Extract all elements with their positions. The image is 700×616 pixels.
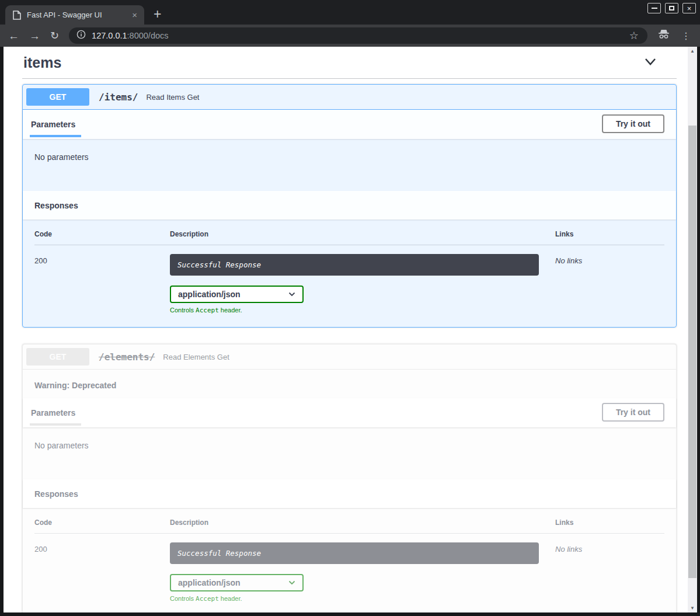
collapse-section-button[interactable] [642,55,659,70]
browser-tab[interactable]: Fast API - Swagger UI × [5,5,144,25]
response-description: Successful Response [170,254,539,276]
opblock-get-items: GET /items/ Read Items Get Parameters Tr… [22,84,677,328]
response-links: No links [555,254,664,314]
minimize-icon [652,8,657,9]
url-path: :8000/docs [127,31,169,40]
incognito-icon [657,29,670,42]
endpoint-path: /items/ [99,92,138,103]
description-column-header: Description [170,518,555,527]
browser-toolbar: ← → ↻ 127.0.0.1:8000/docs ☆ ⋮ [0,25,700,47]
accept-code: Accept [196,595,219,603]
http-method-badge: GET [26,88,89,106]
new-tab-button[interactable]: + [154,8,161,21]
media-type-value: application/json [178,578,241,587]
media-type-select[interactable]: application/json [170,574,304,591]
scrollbar-thumb[interactable] [688,126,696,578]
address-bar[interactable]: 127.0.0.1:8000/docs ☆ [69,27,647,44]
no-parameters-message: No parameters [23,139,676,191]
back-icon[interactable]: ← [8,30,19,41]
accept-header-note: Controls Accept header. [170,307,555,314]
responses-label: Responses [34,489,78,499]
responses-table: Code Description Links 200 Successful Re… [23,220,676,327]
response-description: Successful Response [170,542,539,564]
response-description-cell: Successful Response application/json Con… [170,254,555,314]
select-chevron-icon [288,580,295,585]
media-type-select[interactable]: application/json [170,286,304,303]
try-it-out-button[interactable]: Try it out [602,403,664,422]
maximize-icon [669,6,674,11]
description-column-header: Description [170,230,555,238]
parameters-tab[interactable]: Parameters [30,116,81,137]
response-row-200: 200 Successful Response application/json… [34,534,664,603]
responses-header: Responses [23,191,676,220]
url-text[interactable]: 127.0.0.1:8000/docs [92,31,619,40]
parameters-header: Parameters Try it out [23,398,676,427]
endpoint-path: /elements/ [99,351,155,363]
reload-icon[interactable]: ↻ [50,30,59,41]
browser-menu-icon[interactable]: ⋮ [680,30,692,41]
opblock-spacer [19,328,677,339]
deprecated-warning: Warning: Deprecated [23,370,676,398]
responses-header: Responses [23,479,676,508]
tag-title: items [23,54,61,71]
close-button[interactable]: × [682,3,696,13]
response-description-cell: Successful Response application/json Con… [170,542,555,603]
page-favicon-icon [13,11,21,20]
minimize-button[interactable] [647,3,661,13]
opblock-get-elements-deprecated: GET /elements/ Read Elements Get Warning… [22,344,677,612]
accept-code: Accept [196,307,219,314]
url-host: 127.0.0.1 [92,31,127,40]
window-controls: × [647,3,696,13]
parameters-header: Parameters Try it out [23,110,676,139]
media-type-value: application/json [178,290,241,299]
site-info-icon[interactable] [76,30,86,41]
forward-icon[interactable]: → [29,30,40,41]
scroll-down-icon[interactable]: ▼ [688,604,697,612]
no-parameters-message: No parameters [23,427,676,479]
opblock-summary[interactable]: GET /elements/ Read Elements Get [23,344,676,370]
tab-title: Fast API - Swagger UI [27,11,123,19]
links-column-header: Links [555,230,664,238]
chevron-down-icon [644,58,657,66]
swagger-page: items GET /items/ Read Items Get Paramet… [4,47,688,612]
scroll-up-icon[interactable]: ▲ [688,47,697,55]
bookmark-star-icon[interactable]: ☆ [625,29,643,42]
page-scrollbar[interactable]: ▲ ▼ [688,47,697,612]
tab-close-icon[interactable]: × [128,11,141,19]
endpoint-summary: Read Items Get [146,93,199,102]
parameters-tab[interactable]: Parameters [30,405,81,426]
response-code: 200 [34,254,170,314]
responses-table: Code Description Links 200 Successful Re… [23,508,676,612]
select-chevron-icon [288,292,295,297]
response-code: 200 [34,542,170,603]
links-column-header: Links [555,518,664,527]
responses-table-header: Code Description Links [34,518,664,534]
code-column-header: Code [34,230,170,238]
tag-section-header[interactable]: items [19,54,677,71]
try-it-out-button[interactable]: Try it out [602,114,664,133]
code-column-header: Code [34,518,170,527]
section-divider [22,78,677,79]
accept-header-note: Controls Accept header. [170,595,555,603]
opblock-summary[interactable]: GET /items/ Read Items Get [23,85,676,110]
endpoint-summary: Read Elements Get [163,353,229,361]
response-links: No links [555,542,664,603]
responses-table-header: Code Description Links [34,230,664,245]
responses-label: Responses [34,201,78,210]
response-row-200: 200 Successful Response application/json… [34,245,664,314]
maximize-button[interactable] [665,3,678,13]
http-method-badge: GET [26,348,89,366]
browser-titlebar: Fast API - Swagger UI × + × [0,0,700,25]
